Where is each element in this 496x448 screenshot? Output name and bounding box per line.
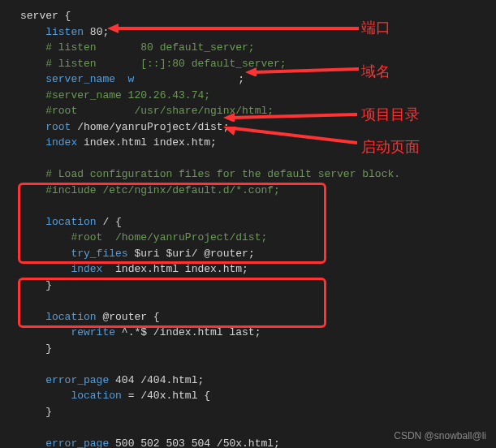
l22: } [20, 342, 52, 355]
l8a: root [20, 121, 77, 133]
l9a: index [20, 136, 84, 149]
l10 [20, 153, 27, 165]
l17a: index [20, 263, 115, 275]
code-block: server { listen 80; # listen 80 default_… [20, 8, 400, 448]
l25a: location [20, 390, 128, 402]
l2c: ; [102, 26, 109, 38]
annotation-port: 端口 [361, 17, 390, 39]
l28c: ; [274, 437, 280, 449]
l1: server { [20, 10, 71, 22]
l14a: location [20, 216, 102, 228]
l17b: index.html index.htm [115, 263, 242, 275]
l28a: error_page [20, 437, 115, 449]
l26: } [20, 406, 52, 418]
watermark: CSDN @snowball@li [394, 429, 486, 443]
annotation-start-page: 启动页面 [361, 136, 420, 158]
l20c: { [153, 311, 160, 323]
l2b: 80 [90, 26, 103, 38]
l28b: 500 502 503 504 /50x.html [115, 437, 274, 449]
l14c: { [115, 216, 122, 228]
l3: # listen 80 default_server; [20, 41, 255, 54]
l15: #root /home/yanruProject/dist; [20, 231, 267, 243]
l23 [20, 358, 27, 370]
l11: # Load configuration files for the defau… [20, 168, 400, 180]
l27 [20, 421, 27, 433]
l5b: ; [231, 73, 244, 85]
l2a: listen [20, 26, 90, 38]
l16b: $uri $uri/ @router [134, 248, 248, 260]
l25b: = /40x.html [128, 390, 205, 402]
l24b: 404 /404.html [115, 374, 197, 386]
redacted-domain [134, 74, 231, 84]
l9c: ; [210, 136, 217, 149]
l21c: ; [255, 326, 261, 338]
l12: #include /etc/nginx/default.d/*.conf; [20, 184, 280, 196]
l8b: /home/yanruProject/dist [77, 121, 222, 133]
annotation-domain: 域名 [361, 61, 390, 83]
l20b: @router [102, 311, 153, 323]
l4: # listen [::]:80 default_server; [20, 58, 287, 70]
annotation-project-dir: 项目目录 [361, 104, 420, 126]
l8c: ; [223, 121, 230, 133]
l16c: ; [248, 248, 255, 260]
l24c: ; [197, 374, 204, 386]
l17c: ; [242, 263, 248, 275]
l24a: error_page [20, 374, 115, 386]
l25c: { [204, 390, 210, 402]
l16a: try_files [20, 248, 134, 260]
l5a: server_name w [20, 73, 134, 85]
l9b: index.html index.htm [84, 136, 210, 149]
l14b: / [102, 216, 115, 228]
l13 [20, 200, 27, 212]
l21b: ^.*$ /index.html last [122, 326, 255, 338]
l6: #server_name 120.26.43.74; [20, 89, 210, 101]
l18: } [20, 279, 52, 291]
l19 [20, 295, 27, 307]
l20a: location [20, 311, 102, 323]
l7: #root /usr/share/nginx/html; [20, 105, 274, 117]
l21a: rewrite [20, 326, 122, 338]
